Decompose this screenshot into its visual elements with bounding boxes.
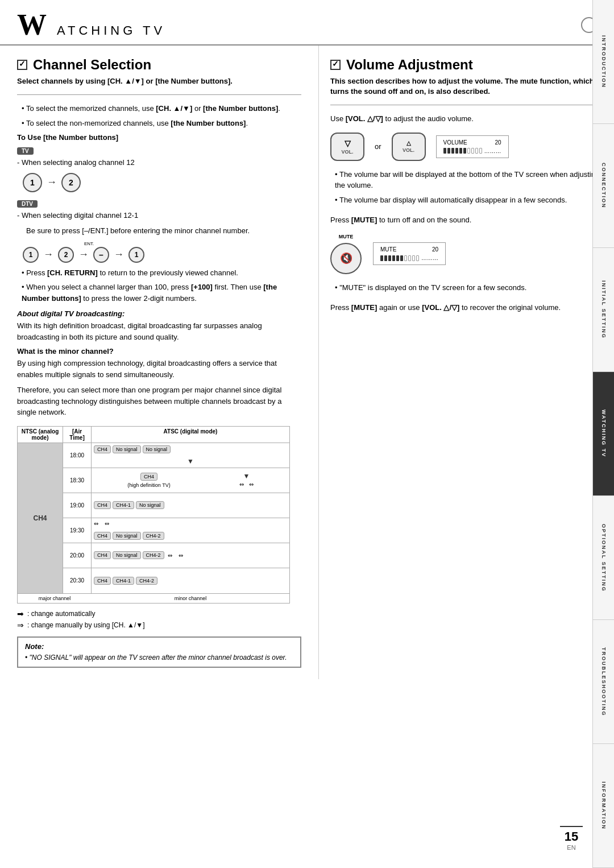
sidebar-tab-troubleshooting[interactable]: TROUBLESHOOTING [593,620,614,744]
atsc-row-1900: CH4 CH4-1 No signal [92,493,289,518]
vol-dot-7 [467,148,470,154]
minor-channel-text2: Therefore, you can select more than one … [17,385,301,418]
right-column: Volume Adjustment This section describes… [318,46,614,679]
col-atsc-header: ATSC (digital mode) [92,427,289,443]
arrow-2b: → [78,249,89,261]
btn-dash: – [93,247,109,263]
vol-dot-2 [447,148,450,154]
page-lang: EN [560,844,583,851]
mute-dot-7 [404,255,407,261]
mute-bar-box: MUTE 20 ……… [373,242,446,265]
mute-dot-6 [400,255,403,261]
atsc-row-2030: CH4 CH4-1 CH4-2 [92,568,289,593]
header-title: ATCHING TV [57,12,165,38]
page-number-block: 15 EN [560,826,583,851]
vol-bar-dots: ……… [443,148,501,154]
vol-bar-label: VOLUME [443,139,467,146]
btn-1: 1 [23,173,42,192]
mute-button: 🔇 [330,243,362,274]
cell-nosig-2: No signal [143,445,171,453]
vol-dot-6 [463,148,466,154]
legend-manual-text: : change manually by using [CH. ▲/▼] [27,621,145,629]
mute-label-above: MUTE [339,234,354,239]
vol-down-label: VOL. [341,149,353,155]
channel-bullet-3: Press [CH. RETURN] to return to the prev… [22,267,301,279]
legend-manual: ⇒ : change manually by using [CH. ▲/▼] [17,621,301,630]
mute-dot-5 [396,255,399,261]
channel-section-title: Channel Selection [17,57,301,73]
hd-tv-label: (high definition TV) [127,482,170,488]
cell-ch4-1b: CH4-1 [113,577,134,585]
vol-up-label: VOL. [403,147,414,153]
mute-bar-dots: ……… [380,255,438,261]
vol-dot-5 [459,148,462,154]
time-1800: 18:00 [63,443,91,468]
sidebar-tab-watching-tv[interactable]: WATCHING TV [593,372,614,496]
about-digital-heading: About digital TV broadcasting: [17,309,301,318]
sidebar-tab-connection[interactable]: CONNECTION [593,124,614,248]
btn-2b: 2 [58,247,74,263]
mute-dot-1 [380,255,383,261]
sidebar-tab-introduction[interactable]: INTRODUCTION [593,0,614,124]
minor-channel-text1: By using high compression technology, di… [17,358,301,380]
header-letter-w: W [17,10,47,40]
mute-diagram: MUTE 🔇 MUTE 20 [330,234,603,274]
ch-atsc-col: CH4 No signal No signal ▼ CH4 (high defi… [92,443,289,593]
footer-minor: minor channel [92,594,289,603]
left-column: Channel Selection Select channels by usi… [0,46,318,679]
cell-ch4-hd: CH4 [140,473,157,481]
press-mute-text: Press [MUTE] to turn off and on the soun… [330,214,603,226]
btn-diagram-1: 1 → 2 [23,173,301,192]
mute-dot-3 [388,255,391,261]
ent-label: ENT. [84,241,301,246]
sidebar-tab-initial-setting[interactable]: INITIAL SETTING [593,248,614,372]
cell-nosig-1: No signal [113,445,141,453]
mute-bar-title: MUTE 20 [380,246,438,253]
arrow-2c: → [114,249,124,261]
mute-dot-10 [416,255,419,261]
channel-title-text: Channel Selection [33,57,151,73]
content-wrapper: Channel Selection Select channels by usi… [0,46,614,679]
note-title: Note: [25,642,293,651]
vol-down-group: ▽ VOL. [330,133,364,161]
mute-dot-9 [412,255,415,261]
col-air-header: [Air Time] [63,427,92,443]
btn-1c: 1 [128,247,144,263]
vol-diagram: ▽ VOL. or △ VOL. VOLUME 20 [330,133,603,161]
ch-diagram-footer: major channel minor channel [18,593,289,603]
mute-dot-8 [408,255,411,261]
cell-ch4-5: CH4 [94,551,111,559]
channel-subtitle: Select channels by using [CH. ▲/▼] or [t… [17,76,301,86]
vol-down-arrow-icon: ▽ [345,139,351,148]
page-number: 15 [560,826,583,844]
ch-diagram-header: NTSC (analog mode) [Air Time] ATSC (digi… [18,427,289,443]
vol-up-btn: △ VOL. [392,133,426,161]
lr-arrows-2: ⇔ ⇔ [94,520,287,527]
mute-btn-group: MUTE 🔇 [330,234,362,274]
vol-dot-9 [475,148,478,154]
mute-dot-4 [392,255,395,261]
lr-arrows-1: ⇔ ⇔ [239,481,253,487]
btn-2: 2 [61,173,81,192]
volume-subtitle: This section describes how to adjust the… [330,76,603,97]
digital-channel-desc2: Be sure to press [–/ENT.] before enterin… [26,225,301,237]
cell-ch4-2c: CH4-2 [136,577,157,585]
or-text: or [375,142,381,151]
volume-section-title: Volume Adjustment [330,57,603,73]
mute-note: "MUTE" is displayed on the TV screen for… [335,282,603,294]
time-1930: 19:30 [63,518,91,543]
sidebar-tab-information[interactable]: INFORMATION [593,744,614,868]
channel-checkbox-icon [17,60,27,70]
channel-bullet-1: To select the memorized channels, use [C… [22,103,301,114]
channel-bullet-4: When you select a channel larger than 10… [22,282,301,304]
vol-up-arrow-icon: △ [406,140,411,146]
vol-bar-box: VOLUME 20 ……… [436,135,509,158]
cell-ch4-4: CH4 [94,532,111,540]
cell-nosig-3: No signal [136,501,164,509]
mute-dots-ellipsis: ……… [421,255,438,261]
sidebar-tab-optional-setting[interactable]: OPTIONAL SETTING [593,496,614,620]
use-vol-text: Use [VOL. △/▽] to adjust the audio volum… [330,113,603,125]
cell-ch4-3: CH4 [94,501,111,509]
dtv-label: DTV [17,200,38,208]
time-2030: 20:30 [63,568,91,593]
